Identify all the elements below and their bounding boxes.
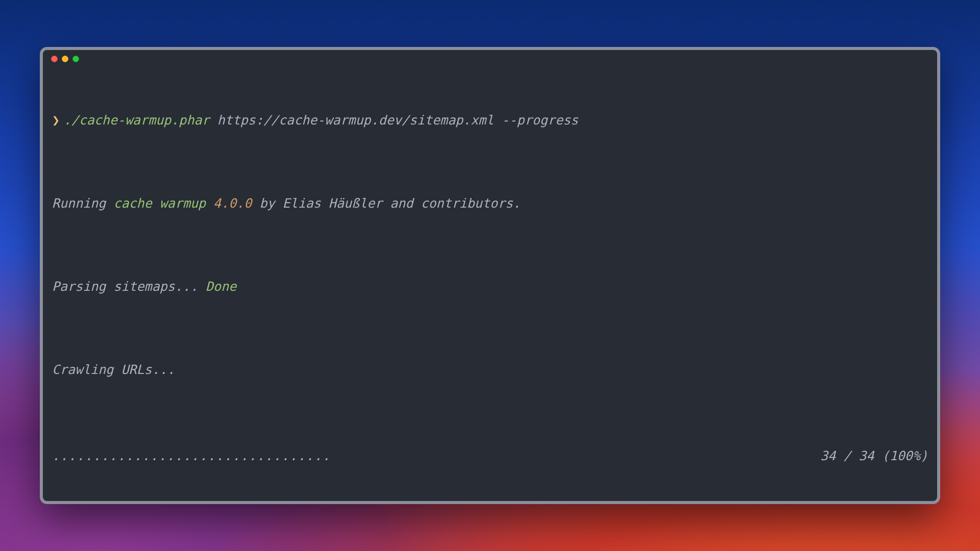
app-version: 4.0.0 xyxy=(213,196,252,211)
close-icon[interactable] xyxy=(51,56,58,62)
progress-dots: .................................. xyxy=(52,446,331,466)
command-args: https://cache-warmup.dev/sitemap.xml --p… xyxy=(217,113,578,128)
minimize-icon[interactable] xyxy=(62,56,68,62)
crawling-label: Crawling URLs... xyxy=(52,360,928,380)
app-name: cache warmup xyxy=(113,196,213,211)
window-titlebar xyxy=(43,50,937,67)
progress-row: ..................................34 / 3… xyxy=(52,446,928,466)
prompt-line: ❯./cache-warmup.phar https://cache-warmu… xyxy=(52,111,928,130)
zoom-icon[interactable] xyxy=(72,56,79,62)
running-suffix: by Elias Häußler and contributors. xyxy=(252,196,521,211)
parsing-status: Done xyxy=(206,279,236,294)
terminal-body[interactable]: ❯./cache-warmup.phar https://cache-warmu… xyxy=(43,67,937,501)
prompt-caret: ❯ xyxy=(52,113,60,128)
parsing-label: Parsing sitemaps... xyxy=(52,279,206,294)
terminal-window: ❯./cache-warmup.phar https://cache-warmu… xyxy=(40,47,940,504)
running-header: Running cache warmup 4.0.0 by Elias Häuß… xyxy=(52,194,928,213)
progress-counter: 34 / 34 (100%) xyxy=(820,446,928,466)
parsing-line: Parsing sitemaps... Done xyxy=(52,277,928,296)
running-prefix: Running xyxy=(52,196,113,211)
command-binary: ./cache-warmup.phar xyxy=(64,113,210,128)
